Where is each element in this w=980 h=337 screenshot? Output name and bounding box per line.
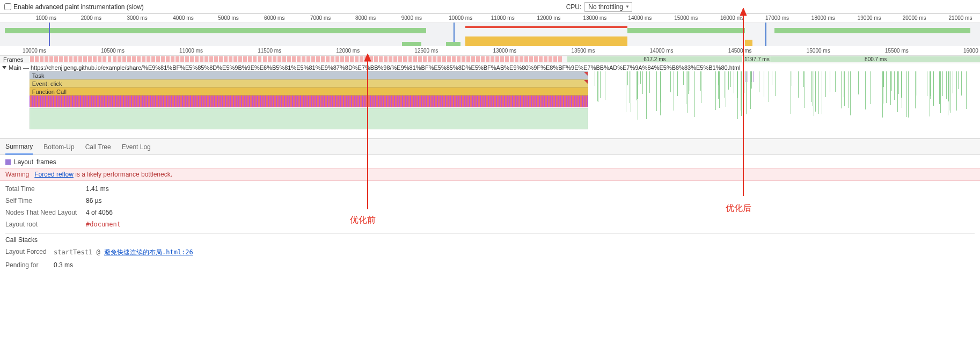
overview-tick: 20000 ms bbox=[903, 15, 926, 21]
flame-chart[interactable]: 10000 ms10500 ms11000 ms11500 ms12000 ms… bbox=[0, 46, 980, 139]
detail-tick: 16000 ms bbox=[963, 48, 980, 54]
cpu-chunk-small bbox=[446, 42, 460, 46]
overview-marker bbox=[49, 23, 50, 46]
layout-color-swatch bbox=[5, 159, 11, 165]
overview-tick: 3000 ms bbox=[127, 15, 147, 21]
pending-for-value: 0.3 ms bbox=[54, 261, 73, 269]
frames-strip[interactable]: 617.2 ms1197.7 ms800.7 ms bbox=[30, 56, 980, 63]
overview-tick: 11000 ms bbox=[491, 15, 515, 21]
detail-tick: 12500 ms bbox=[414, 48, 438, 54]
detail-tick: 13500 ms bbox=[572, 48, 595, 54]
overview-tick: 21000 ms bbox=[949, 15, 972, 21]
paint-instrumentation-checkbox[interactable]: Enable advanced paint instrumentation (s… bbox=[4, 3, 144, 11]
frame-segment[interactable]: 800.7 ms bbox=[771, 56, 980, 62]
overview-tick: 18000 ms bbox=[811, 15, 835, 21]
summary-value: #document bbox=[86, 221, 121, 228]
tab-bottom-up[interactable]: Bottom-Up bbox=[43, 140, 74, 154]
detail-tick: 11000 ms bbox=[179, 48, 203, 54]
overview-tick: 17000 ms bbox=[765, 15, 789, 21]
overview-tick: 9000 ms bbox=[401, 15, 422, 21]
frame-segment[interactable]: 1197.7 ms bbox=[742, 56, 771, 62]
cpu-label: CPU: bbox=[566, 3, 582, 11]
main-thread-header[interactable]: Main — https://chenjigeng.github.io/exam… bbox=[0, 63, 980, 71]
summary-row: Nodes That Need Layout4 of 4056 bbox=[5, 207, 975, 218]
summary-value: 86 µs bbox=[86, 197, 102, 204]
layout-forced-row: Layout Forced startTest1 @ 避免快速连续的布局.htm… bbox=[5, 246, 975, 259]
detail-tick: 14500 ms bbox=[728, 48, 752, 54]
overview-tick: 16000 ms bbox=[720, 15, 744, 21]
tab-summary[interactable]: Summary bbox=[5, 140, 33, 155]
flame-event[interactable]: Event: click bbox=[30, 79, 588, 87]
cpu-chunk bbox=[465, 36, 627, 46]
overview-tick: 5000 ms bbox=[218, 15, 238, 21]
toolbar: Enable advanced paint instrumentation (s… bbox=[0, 0, 980, 14]
summary-value: 4 of 4056 bbox=[86, 209, 113, 216]
overview-tick: 15000 ms bbox=[674, 15, 698, 21]
summary-title: Layout frames bbox=[5, 158, 975, 166]
main-url: https://chenjigeng.github.io/example/sha… bbox=[31, 64, 741, 71]
flame-function-call[interactable]: Function Call bbox=[30, 87, 588, 96]
fps-bar bbox=[5, 28, 426, 33]
main-label: Main — bbox=[9, 64, 31, 71]
detail-tick: 15500 ms bbox=[885, 48, 909, 54]
detail-tick: 10000 ms bbox=[23, 48, 46, 54]
cpu-chunk bbox=[745, 40, 753, 46]
overview-fps-track bbox=[0, 28, 980, 33]
detail-ruler: 10000 ms10500 ms11000 ms11500 ms12000 ms… bbox=[0, 46, 980, 56]
frames-label: Frames bbox=[0, 56, 30, 63]
fps-bar-red bbox=[465, 26, 627, 28]
cpu-dropdown[interactable]: No throttling bbox=[584, 2, 632, 12]
flame-layout-band[interactable] bbox=[30, 96, 588, 107]
details-tabs: SummaryBottom-UpCall TreeEvent Log bbox=[0, 139, 980, 155]
summary-row: Self Time86 µs bbox=[5, 195, 975, 207]
warning-label: Warning bbox=[5, 171, 29, 178]
overview-tick: 10000 ms bbox=[449, 15, 472, 21]
frame-segment[interactable]: 617.2 ms bbox=[567, 56, 743, 62]
overview-tick: 14000 ms bbox=[628, 15, 652, 21]
overview-tick: 1000 ms bbox=[36, 15, 56, 21]
summary-title-text: Layout bbox=[14, 158, 33, 166]
flame-task[interactable]: Task bbox=[30, 71, 588, 79]
stack-source-link[interactable]: 避免快速连续的布局.html:26 bbox=[104, 248, 193, 256]
layout-forced-label: Layout Forced bbox=[5, 248, 48, 255]
overview-timeline[interactable]: 1000 ms2000 ms3000 ms4000 ms5000 ms6000 … bbox=[0, 14, 980, 46]
stack-frame: startTest1 @ 避免快速连续的布局.html:26 bbox=[54, 248, 193, 257]
overview-tick: 13000 ms bbox=[583, 15, 606, 21]
overview-tick: 8000 ms bbox=[355, 15, 376, 21]
overview-tick: 6000 ms bbox=[264, 15, 284, 21]
detail-tick: 12000 ms bbox=[336, 48, 360, 54]
overview-tick: 12000 ms bbox=[537, 15, 561, 21]
detail-tick: 15000 ms bbox=[807, 48, 830, 54]
main-flame-body[interactable]: TaskEvent: clickFunction Call bbox=[0, 71, 980, 138]
long-task-warning-icon bbox=[584, 80, 588, 84]
summary-panel: Layout frames Warning Forced reflow is a… bbox=[0, 155, 980, 274]
detail-tick: 13000 ms bbox=[493, 48, 516, 54]
pending-for-row: Pending for 0.3 ms bbox=[5, 259, 975, 271]
call-stacks-header: Call Stacks bbox=[5, 233, 975, 246]
overview-tick: 4000 ms bbox=[173, 15, 193, 21]
summary-row: Layout root#document bbox=[5, 218, 975, 230]
paint-instrumentation-input[interactable] bbox=[4, 3, 11, 10]
detail-tick: 14000 ms bbox=[650, 48, 674, 54]
flame-paint-band[interactable] bbox=[30, 108, 588, 129]
forced-reflow-link[interactable]: Forced reflow bbox=[34, 171, 74, 178]
overview-cpu-track bbox=[0, 35, 980, 46]
summary-key: Nodes That Need Layout bbox=[5, 209, 81, 216]
cpu-throttle: CPU: No throttling bbox=[566, 2, 632, 12]
detail-tick: 11500 ms bbox=[258, 48, 281, 54]
overview-body[interactable] bbox=[0, 23, 980, 46]
summary-key: Layout root bbox=[5, 221, 81, 228]
overview-tick: 19000 ms bbox=[858, 15, 881, 21]
summary-key: Total Time bbox=[5, 185, 81, 193]
paint-instrumentation-label: Enable advanced paint instrumentation (s… bbox=[13, 3, 144, 11]
overview-tick: 7000 ms bbox=[310, 15, 331, 21]
frames-row: Frames 617.2 ms1197.7 ms800.7 ms bbox=[0, 56, 980, 63]
cpu-chunk-small bbox=[402, 42, 422, 46]
collapse-icon[interactable] bbox=[2, 66, 6, 69]
fps-bar bbox=[627, 28, 745, 33]
tab-event-log[interactable]: Event Log bbox=[122, 140, 151, 154]
detail-tick: 10500 ms bbox=[101, 48, 125, 54]
warning-text: is a likely performance bottleneck. bbox=[74, 171, 172, 178]
pending-for-label: Pending for bbox=[5, 261, 48, 269]
tab-call-tree[interactable]: Call Tree bbox=[85, 140, 111, 154]
